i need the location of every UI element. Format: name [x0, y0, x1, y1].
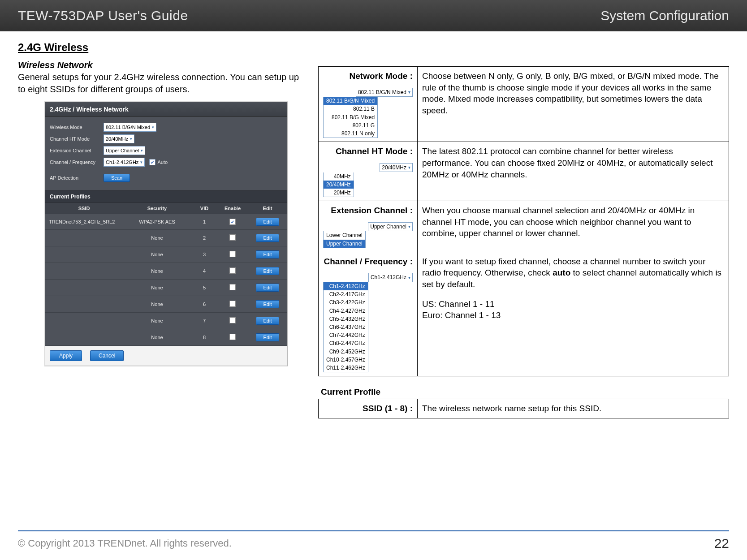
heading-wireless-network: Wireless Network — [18, 60, 305, 70]
intro-paragraph: General setups for your 2.4GHz wireless … — [18, 71, 305, 95]
table-row: None6Edit — [45, 296, 287, 313]
dropdown-list: 802.11 B/G/N Mixed802.11 B802.11 B/G Mix… — [323, 97, 378, 138]
setting-description: If you want to setup fixed channel, choo… — [418, 252, 729, 376]
cell-ssid — [45, 313, 123, 329]
dropdown-option[interactable]: Ch9-2.452GHz — [324, 348, 368, 356]
chevron-down-icon: ▾ — [408, 224, 410, 230]
edit-button[interactable]: Edit — [256, 317, 280, 325]
dropdown-option[interactable]: Ch10-2.457GHz — [324, 356, 368, 364]
checkbox-enable[interactable] — [229, 284, 236, 290]
table-row: TRENDnet753_2.4GHz_5RL2WPA2-PSK AES1✔Edi… — [45, 214, 287, 230]
dropdown-option[interactable]: Ch7-2.442GHz — [324, 331, 368, 339]
dropdown-option[interactable]: Lower Channel — [324, 231, 365, 239]
setting-label: Channel HT Mode : — [323, 146, 413, 157]
cell-security: None — [123, 280, 191, 296]
dropdown-selected[interactable]: Upper Channel▾ — [368, 222, 413, 231]
dropdown-option[interactable]: 20/40MHz — [324, 181, 354, 189]
dropdown-option[interactable]: Ch2-2.417GHz — [324, 290, 368, 298]
dropdown-option[interactable]: 20MHz — [324, 189, 354, 197]
checkbox-enable[interactable]: ✔ — [229, 219, 236, 225]
checkbox-enable[interactable] — [229, 301, 236, 307]
col-enable: Enable — [217, 203, 248, 214]
cell-vid: 1 — [191, 214, 217, 230]
scan-button[interactable]: Scan — [104, 174, 130, 182]
heading-2-4g-wireless: 2.4G Wireless — [18, 41, 305, 54]
cell-ssid: TRENDnet753_2.4GHz_5RL2 — [45, 214, 123, 230]
select-channel-ht-mode[interactable]: 20/40MHz▾ — [104, 134, 134, 143]
col-security: Security — [123, 203, 191, 214]
dropdown-option[interactable]: Ch8-2.447GHz — [324, 339, 368, 347]
select-channel-frequency[interactable]: Ch1-2.412GHz▾ — [104, 158, 145, 167]
checkbox-enable[interactable] — [229, 317, 236, 323]
setting-label: Network Mode : — [323, 70, 413, 82]
current-profile-table: SSID (1 - 8) : The wireless network name… — [318, 399, 729, 418]
dropdown-option[interactable]: Ch4-2.427GHz — [324, 307, 368, 315]
label-wireless-mode: Wireless Mode — [50, 125, 104, 130]
col-edit: Edit — [248, 203, 287, 214]
current-profiles-heading: Current Profiles — [45, 190, 287, 203]
dropdown-list: Ch1-2.412GHzCh2-2.417GHzCh3-2.422GHzCh4-… — [323, 282, 368, 372]
label-auto: Auto — [157, 159, 168, 165]
edit-button[interactable]: Edit — [256, 284, 280, 292]
chevron-down-icon: ▾ — [141, 148, 143, 153]
cell-security: None — [123, 296, 191, 313]
dropdown-option[interactable]: Ch3-2.422GHz — [324, 298, 368, 306]
dropdown-selected[interactable]: Ch1-2.412GHz▾ — [368, 273, 413, 282]
label-extension-channel: Extension Channel — [50, 148, 104, 153]
checkbox-enable[interactable] — [229, 334, 236, 340]
apply-button[interactable]: Apply — [50, 350, 82, 361]
edit-button[interactable]: Edit — [256, 234, 280, 242]
select-wireless-mode[interactable]: 802.11 B/G/N Mixed▾ — [104, 123, 156, 132]
cancel-button[interactable]: Cancel — [90, 350, 124, 361]
dropdown-option[interactable]: 802.11 G — [324, 121, 377, 129]
current-profile-heading: Current Profile — [321, 387, 729, 397]
cell-security: None — [123, 246, 191, 263]
checkbox-enable[interactable] — [229, 234, 236, 241]
dropdown-option[interactable]: 802.11 B/G/N Mixed — [324, 97, 377, 105]
cell-ssid — [45, 246, 123, 263]
label-channel-ht-mode: Channel HT Mode — [50, 136, 104, 142]
setting-label: Channel / Frequency : — [323, 256, 413, 267]
chevron-down-icon: ▾ — [130, 137, 132, 141]
dropdown-selected[interactable]: 20/40MHz▾ — [380, 163, 413, 172]
setting-description: Choose between N only, G only, B only, B… — [418, 67, 729, 142]
page-header: TEW-753DAP User's Guide System Configura… — [0, 0, 747, 31]
dropdown-option[interactable]: Ch11-2.462GHz — [324, 364, 368, 372]
select-extension-channel[interactable]: Upper Channel▾ — [104, 146, 145, 155]
dropdown-option[interactable]: Ch1-2.412GHz — [324, 282, 368, 290]
config-screenshot: 2.4GHz / Wireless Network Wireless Mode … — [45, 102, 288, 366]
copyright-text: © Copyright 2013 TRENDnet. All rights re… — [18, 538, 232, 549]
edit-button[interactable]: Edit — [256, 267, 280, 275]
chevron-down-icon: ▾ — [140, 160, 142, 164]
edit-button[interactable]: Edit — [256, 250, 280, 258]
dropdown-option[interactable]: 802.11 N only — [324, 129, 377, 138]
dropdown-option[interactable]: Ch5-2.432GHz — [324, 315, 368, 323]
edit-button[interactable]: Edit — [256, 218, 280, 226]
cell-ssid — [45, 263, 123, 280]
cell-vid: 2 — [191, 230, 217, 246]
dropdown-option[interactable]: 802.11 B — [324, 105, 377, 113]
cell-security: None — [123, 230, 191, 246]
edit-button[interactable]: Edit — [256, 333, 280, 341]
settings-description-table: Network Mode :802.11 B/G/N Mixed▾802.11 … — [318, 66, 729, 376]
table-row: None5Edit — [45, 280, 287, 296]
dropdown-option[interactable]: 802.11 B/G Mixed — [324, 113, 377, 121]
checkbox-enable[interactable] — [229, 251, 236, 257]
dropdown-option[interactable]: Upper Channel — [324, 240, 365, 248]
label-ssid-1-8: SSID (1 - 8) : — [363, 404, 413, 413]
dropdown-selected[interactable]: 802.11 B/G/N Mixed▾ — [356, 88, 413, 97]
cell-security: None — [123, 329, 191, 346]
checkbox-auto[interactable]: ✔ — [149, 159, 155, 165]
cell-vid: 4 — [191, 263, 217, 280]
dropdown-option[interactable]: 40MHz — [324, 172, 354, 181]
dropdown-option[interactable]: Ch6-2.437GHz — [324, 323, 368, 331]
page-number: 22 — [714, 536, 729, 551]
edit-button[interactable]: Edit — [256, 300, 280, 308]
cell-vid: 8 — [191, 329, 217, 346]
cell-ssid — [45, 296, 123, 313]
col-vid: VID — [191, 203, 217, 214]
chevron-down-icon: ▾ — [408, 164, 410, 171]
cell-ssid — [45, 280, 123, 296]
cell-vid: 5 — [191, 280, 217, 296]
checkbox-enable[interactable] — [229, 267, 236, 274]
